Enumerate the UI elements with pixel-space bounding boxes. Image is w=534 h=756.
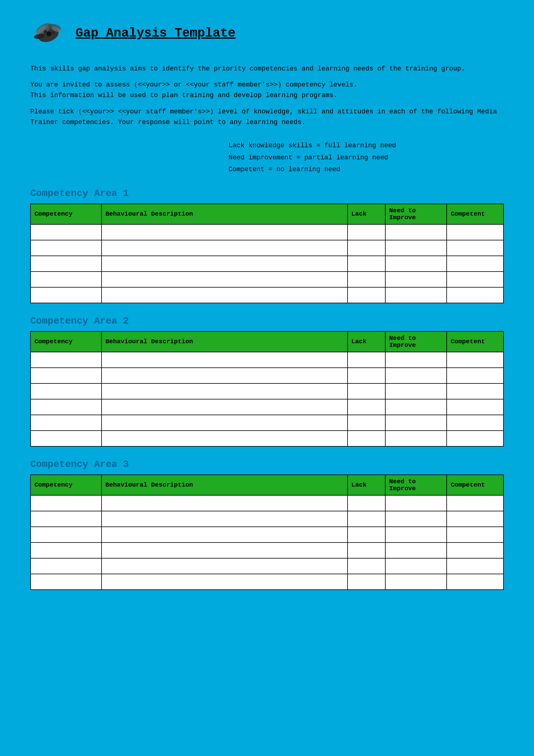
th-lack-3: Lack: [347, 475, 385, 495]
th-behavioural-1: Behavioural Description: [102, 204, 347, 224]
table-row: [31, 431, 503, 446]
legend-section: Lack knowledge skills = full learning ne…: [138, 140, 396, 176]
th-competent-2: Competent: [447, 332, 503, 352]
svg-point-6: [52, 32, 54, 34]
intro-para3: Please tick (<<your>> <<your staff membe…: [30, 106, 504, 128]
table-row: [31, 527, 503, 543]
table-row: [31, 352, 503, 368]
intro-section: This skills gap analysis aims to identif…: [30, 64, 504, 128]
intro-para2: You are invited to assess (<<your>> or <…: [30, 80, 504, 101]
table-row: [31, 511, 503, 527]
table-row: [31, 574, 503, 590]
th-competency-1: Competency: [31, 204, 102, 224]
logo-icon: [30, 18, 66, 48]
th-competent-3: Competent: [447, 475, 503, 495]
th-need-3: Need toImprove: [385, 475, 447, 495]
th-lack-2: Lack: [347, 332, 385, 352]
th-competency-3: Competency: [31, 475, 102, 495]
table-area-3: Competency Behavioural Description Lack …: [30, 474, 504, 590]
th-need-2: Need toImprove: [385, 332, 447, 352]
th-need-1: Need toImprove: [385, 204, 447, 224]
th-competent-1: Competent: [447, 204, 503, 224]
table-row: [31, 240, 503, 256]
svg-point-4: [46, 32, 51, 36]
th-competency-2: Competency: [31, 332, 102, 352]
svg-point-5: [44, 30, 47, 33]
th-behavioural-3: Behavioural Description: [102, 475, 347, 495]
table-row: [31, 415, 503, 431]
intro-para1: This skills gap analysis aims to identif…: [30, 64, 504, 74]
page-title: Gap Analysis Template: [76, 26, 236, 40]
th-behavioural-2: Behavioural Description: [102, 332, 347, 352]
table-row: [31, 224, 503, 240]
legend-line1: Lack knowledge skills = full learning ne…: [228, 140, 396, 152]
table-row: [31, 287, 503, 303]
table-row: [31, 272, 503, 287]
table-row: [31, 384, 503, 399]
legend-line3: Competent = no learning need: [228, 164, 396, 176]
legend-line2: Need improvement = partial learning need: [228, 152, 396, 164]
table-row: [31, 399, 503, 415]
section-title-2: Competency Area 2: [30, 315, 504, 327]
th-lack-1: Lack: [347, 204, 385, 224]
table-area-2: Competency Behavioural Description Lack …: [30, 331, 504, 446]
table-row: [31, 543, 503, 558]
table-area-1: Competency Behavioural Description Lack …: [30, 203, 504, 303]
table-row: [31, 256, 503, 272]
table-row: [31, 558, 503, 574]
table-row: [31, 495, 503, 511]
table-row: [31, 368, 503, 384]
page-header: Gap Analysis Template: [30, 18, 504, 48]
section-title-3: Competency Area 3: [30, 459, 504, 470]
section-title-1: Competency Area 1: [30, 188, 504, 199]
